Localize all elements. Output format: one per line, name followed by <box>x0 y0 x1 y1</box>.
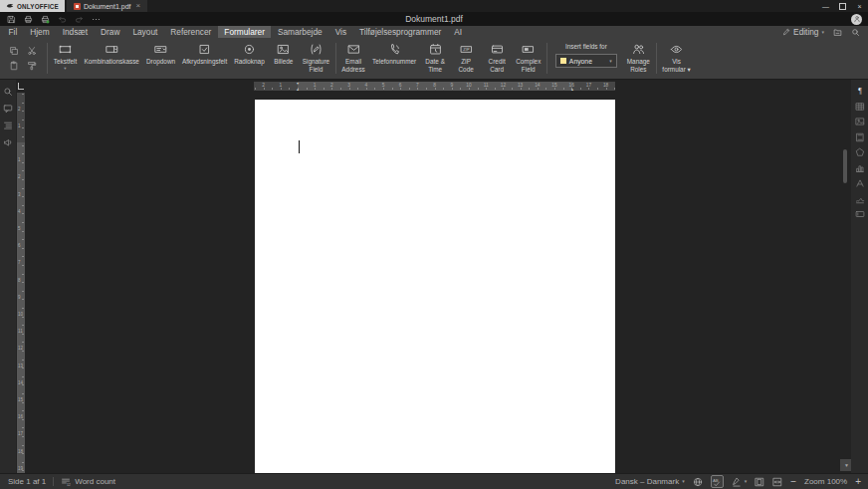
ink-draw-tool[interactable]: ▾ <box>732 477 748 487</box>
redo-icon <box>75 15 84 24</box>
language-label: Dansk – Danmark <box>615 477 679 486</box>
search-icon[interactable] <box>851 28 860 37</box>
settings-panel-button-shape[interactable] <box>855 147 865 157</box>
ribbon-button-checkbox[interactable]: Afkrydsningsfelt <box>179 38 231 79</box>
complex-icon <box>522 42 535 56</box>
ribbon-button-image[interactable]: Billede <box>268 38 299 79</box>
navigation-icon <box>3 121 13 130</box>
ribbon-button-datetime[interactable]: Date & Time <box>420 38 451 79</box>
view-form-button[interactable]: Vis formular ▾ <box>659 38 694 79</box>
ribbon-button-phone[interactable]: Telefonnummer <box>369 38 420 79</box>
left-indent-marker[interactable]: ▴ <box>297 88 299 92</box>
spellcheck-icon[interactable]: AB <box>711 475 724 488</box>
language-selector[interactable]: Dansk – Danmark ▾ <box>615 477 685 486</box>
ribbon-button-signature[interactable]: Signature Field <box>299 38 332 79</box>
menubar-right: Editing ▾ <box>782 26 868 38</box>
tab-stop-selector[interactable] <box>18 83 24 90</box>
first-line-indent-marker[interactable]: ▾ <box>297 82 299 86</box>
people-icon <box>632 42 645 56</box>
clipboard-button-copy[interactable] <box>9 46 20 57</box>
fit-page-icon[interactable] <box>755 477 764 487</box>
right-panel-rail: ¶ <box>851 80 868 473</box>
settings-panel-button-signature2[interactable] <box>855 194 865 204</box>
maximize-button[interactable] <box>834 0 851 12</box>
settings-panel-button-paragraph[interactable]: ¶ <box>855 86 865 96</box>
email-icon <box>347 42 360 56</box>
menu-tab-samarbejde[interactable]: Samarbejde <box>271 26 328 38</box>
ribbon-button-textfield[interactable]: Tekstfelt ▾ <box>50 38 81 79</box>
open-file-location-icon[interactable] <box>833 28 842 37</box>
ribbon-button-creditcard[interactable]: Credit Card <box>482 38 513 79</box>
ribbon-button-radio[interactable]: Radioknap <box>231 38 269 79</box>
close-button[interactable]: × <box>851 0 868 12</box>
menu-tab-hjem[interactable]: Hjem <box>24 26 56 38</box>
form-fields-group-1: Tekstfelt ▾ Kombinationskasse Dropdown A… <box>50 38 333 79</box>
user-avatar[interactable] <box>851 14 862 25</box>
qat-button-redo[interactable] <box>75 15 84 24</box>
fit-width-icon[interactable] <box>772 477 782 487</box>
menu-tab-vis[interactable]: Vis <box>328 26 352 38</box>
horizontal-ruler: ▾ ▴ ▴ 12123456789101112131415161718 <box>254 82 615 91</box>
menu-tab-tilf-jelsesprogrammer[interactable]: Tilføjelsesprogrammer <box>353 26 448 38</box>
settings-panel-button-headerfooter[interactable] <box>855 132 865 142</box>
qat-button-save[interactable] <box>7 15 16 24</box>
ruler-number: 1 <box>314 83 317 88</box>
page-indicator[interactable]: Side 1 af 1 <box>8 477 46 486</box>
set-document-language-icon[interactable] <box>693 477 703 487</box>
qat-button-undo[interactable] <box>58 15 67 24</box>
ribbon-button-combobox[interactable]: Kombinationskasse <box>81 38 142 79</box>
settings-panel-button-textart[interactable] <box>855 178 865 188</box>
document-page[interactable] <box>255 100 615 473</box>
settings-panel-button-chart[interactable] <box>855 163 865 173</box>
insert-fields-label: Insert fields for <box>565 43 607 50</box>
right-indent-marker[interactable]: ▴ <box>571 88 573 92</box>
tab-close-icon[interactable]: × <box>136 2 141 10</box>
manage-roles-button[interactable]: Manage Roles <box>623 38 654 79</box>
role-dropdown[interactable]: Anyone ▾ <box>555 54 617 68</box>
feedback-icon <box>3 137 13 147</box>
image-icon <box>855 117 865 126</box>
formfield-icon <box>855 209 865 219</box>
menu-tab-draw[interactable]: Draw <box>95 26 126 38</box>
app-launcher-button[interactable]: ONLYOFFICE <box>0 0 65 12</box>
ribbon-button-dropdown[interactable]: Dropdown <box>142 38 178 79</box>
zoom-level[interactable]: Zoom 100% <box>804 477 847 486</box>
panel-button-navigation[interactable] <box>3 121 13 130</box>
ribbon-button-email[interactable]: Email Address <box>338 38 369 79</box>
vertical-scrollbar-thumb[interactable] <box>843 149 847 183</box>
zoom-in-button[interactable]: + <box>855 477 861 487</box>
settings-panel-button-image[interactable] <box>855 117 865 126</box>
menu-tab-fil[interactable]: Fil <box>2 26 24 38</box>
ribbon-button-zip[interactable]: ZIP ZIP Code <box>451 38 482 79</box>
menu-tab-ai[interactable]: AI <box>448 26 469 38</box>
pdf-file-icon <box>74 3 81 10</box>
panel-button-magnifier[interactable] <box>3 87 13 97</box>
image-icon <box>277 42 290 56</box>
menu-tab-layout[interactable]: Layout <box>126 26 164 38</box>
maximize-icon <box>839 3 846 10</box>
settings-panel-button-table[interactable] <box>855 102 865 112</box>
shape-icon <box>855 147 865 157</box>
window-controls: — × <box>817 0 868 12</box>
qat-button-more[interactable] <box>92 15 101 24</box>
ruler-number: 7 <box>18 260 21 265</box>
qat-button-quick-print[interactable] <box>41 15 50 24</box>
qat-button-print[interactable] <box>24 15 33 24</box>
menu-tab-inds-t[interactable]: Indsæt <box>56 26 94 38</box>
word-count-button[interactable]: 123 Word count <box>61 477 115 487</box>
zoom-out-button[interactable]: − <box>790 477 796 487</box>
panel-button-feedback[interactable] <box>3 137 13 147</box>
editing-mode-selector[interactable]: Editing ▾ <box>782 27 824 37</box>
minimize-button[interactable]: — <box>817 0 834 12</box>
clipboard-button-paste[interactable] <box>9 61 20 72</box>
more-icon <box>92 15 101 24</box>
clipboard-button-painter[interactable] <box>27 61 38 72</box>
panel-button-comments[interactable] <box>3 104 13 114</box>
document-tab[interactable]: Dokument1.pdf × <box>67 0 147 12</box>
menu-tab-formularer[interactable]: Formularer <box>218 26 272 38</box>
settings-panel-button-formfield[interactable] <box>855 209 865 219</box>
phone-icon <box>388 42 401 56</box>
clipboard-button-cut[interactable] <box>27 46 38 57</box>
ribbon-button-complex[interactable]: Complex Field <box>513 38 544 79</box>
menu-tab-referencer[interactable]: Referencer <box>164 26 218 38</box>
